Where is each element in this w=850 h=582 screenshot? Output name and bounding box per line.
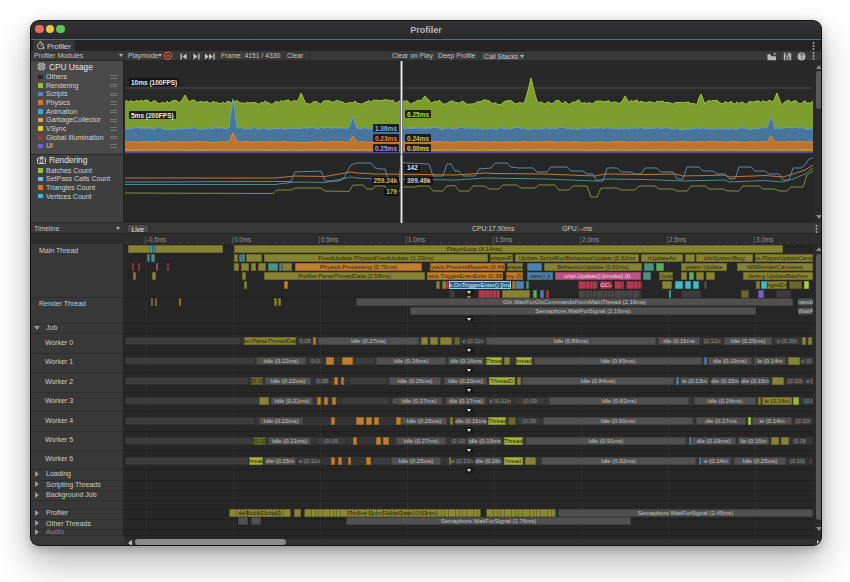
sample-span[interactable] [675,281,683,289]
drag-handle-icon[interactable] [110,84,117,87]
sample-span[interactable] [341,377,344,385]
call-stacks-dropdown[interactable]: Call Stacks [480,51,526,61]
timeline-view-dropdown[interactable]: Timeline [34,225,59,232]
drag-handle-icon[interactable] [110,127,117,130]
sample-span[interactable] [662,281,672,289]
sample-span[interactable]: (0.08 [793,437,806,445]
sample-span[interactable] [656,263,664,271]
sample-span[interactable] [282,263,292,271]
sample-span[interactable] [772,377,784,385]
scroll-down-icon[interactable] [816,215,822,219]
sample-span[interactable] [244,281,247,289]
sample-span[interactable] [151,298,153,306]
sample-span[interactable]: te.PlayerUpdateCanv [755,254,813,262]
sample-span[interactable] [504,357,510,365]
sample-span[interactable]: dering.UpdateBatches [743,272,813,280]
sample-span[interactable]: Idle (0.24ms) [694,397,756,405]
sample-span[interactable]: s.OnTriggerEnter() [Inve [449,281,511,289]
sample-span[interactable] [284,281,288,289]
sample-span[interactable] [533,290,537,298]
sample-span[interactable]: ystem.Update [681,263,727,271]
sample-span[interactable] [669,290,671,298]
legend-item-global-illumination[interactable]: Global Illumination [31,133,124,142]
flow-indicator-icon[interactable] [465,387,474,394]
sample-span[interactable]: Idle (0.84ms) [522,377,674,385]
sample-span[interactable]: dle (0.16ms [448,357,484,365]
sample-span[interactable]: Idle (0.89ms) [534,357,702,365]
sample-span[interactable] [152,272,156,280]
sample-span[interactable]: rUpdateAn [641,254,683,262]
sample-span[interactable] [366,417,372,425]
thread-row-worker-6[interactable]: Worker 6 [45,455,73,462]
sample-span[interactable] [502,290,530,298]
legend-item-triangles-count[interactable]: Triangles Count [31,183,124,192]
sample-span[interactable] [355,357,375,365]
sample-span[interactable] [125,417,255,425]
sample-span[interactable] [342,357,353,365]
sample-span[interactable] [527,263,542,271]
legend-item-setpass-calls-count[interactable]: SetPass Calls Count [31,175,124,184]
sample-span[interactable] [788,357,800,365]
drag-handle-icon[interactable] [110,144,117,147]
sample-span[interactable] [179,298,181,306]
sample-span[interactable] [334,377,338,385]
sample-span[interactable]: WillRenderCanvases [737,263,813,271]
sample-span[interactable] [338,457,342,465]
sample-span[interactable]: Idle (0.27ms) [318,337,419,345]
module-rendering-legend[interactable]: RenderingBatches CountSetPass Calls Coun… [31,155,124,224]
sample-span[interactable]: (0.09 [515,397,545,405]
sample-span[interactable]: hread [249,457,263,465]
sample-span[interactable] [430,337,438,345]
sample-span[interactable] [274,298,277,306]
sample-span[interactable]: Profiler.ParseThreadData (0.58ms) [264,272,425,280]
drag-handle-icon[interactable] [110,110,117,113]
sample-span[interactable] [696,272,704,280]
flow-indicator-icon[interactable] [465,447,474,454]
sample-span[interactable] [525,457,536,465]
sample-span[interactable]: hread [504,457,523,465]
sample-span[interactable] [155,298,157,306]
sample-span[interactable]: dle (0.15m [741,377,769,385]
sample-span[interactable]: date() [I [527,272,553,280]
sample-span[interactable]: (0.10) [253,437,266,445]
sample-span[interactable]: Idle (0.25ms) [391,457,441,465]
sample-span[interactable]: Idle (0.82ms) [549,397,689,405]
sample-span[interactable]: Gfx.WaitForGfxCommandsFromMainThread (2.… [356,298,793,306]
expand-arrow-icon[interactable] [35,529,39,535]
legend-item-vsync[interactable]: VSync [31,124,124,133]
cpu-usage-chart[interactable]: 10ms (100FPS)5ms (200FPS)1.36ms0.23ms0.2… [125,61,813,155]
sample-span[interactable]: Idle (0.92ms) [541,457,696,465]
sample-span[interactable] [614,281,624,289]
sample-span[interactable] [373,457,391,465]
sample-span[interactable]: Idle (0.26ms) [401,417,447,425]
sample-span[interactable]: Semaphore.WaitForSignal (2.16ms) [410,307,756,315]
sample-span[interactable] [789,281,802,289]
sample-span[interactable] [704,357,707,365]
sample-span[interactable] [706,272,715,280]
sample-span[interactable]: BehaviourUpdate (0.62ms) [544,263,642,271]
thread-row-worker-3[interactable]: Worker 3 [45,397,73,404]
sample-span[interactable]: Thread [488,417,506,425]
flow-indicator-icon[interactable] [465,467,474,474]
thread-row-worker-4[interactable]: Worker 4 [45,417,73,424]
sample-span[interactable] [234,263,239,271]
thread-row-job[interactable]: Job [46,324,57,331]
drag-handle-icon[interactable] [110,101,117,104]
sample-span[interactable] [133,272,136,280]
sample-span[interactable] [259,397,269,405]
sample-span[interactable]: Idle (0.21ms) [271,397,313,405]
sample-span[interactable] [278,298,281,306]
sample-span[interactable] [242,254,245,262]
sample-span[interactable] [643,272,651,280]
sample-span[interactable]: e (0.11n [298,457,321,465]
sample-span[interactable]: 0.08 [298,337,312,345]
module-cpu-usage-legend[interactable]: CPU UsageOthersRenderingScriptsPhysicsAn… [31,61,124,155]
sample-span[interactable]: (0.10r [794,417,812,425]
sample-span[interactable]: Idle (0.22ms) [259,417,303,425]
sample-span[interactable] [132,263,134,271]
sample-span[interactable]: (0.09 [316,437,346,445]
drag-handle-icon[interactable] [110,93,117,96]
sample-span[interactable]: (0.12n [702,337,722,345]
sample-span[interactable]: PlayerLoop (4.14ms) [234,245,783,253]
next-frame-button[interactable] [192,52,200,60]
